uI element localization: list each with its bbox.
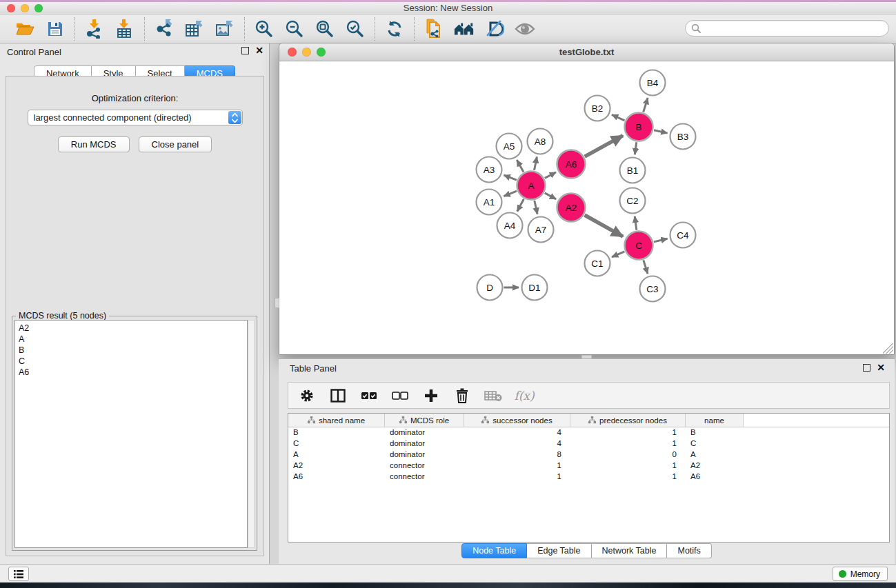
cell-predecessor-nodes[interactable]: 1 (570, 438, 686, 449)
cell-MCDS-role[interactable]: connector (385, 460, 464, 472)
cell-shared-name[interactable]: A (288, 449, 385, 460)
cell-name[interactable]: C (686, 438, 744, 449)
window-resize-handle[interactable] (883, 343, 893, 354)
column-header-successor-nodes[interactable]: successor nodes (464, 414, 570, 427)
list-item[interactable]: A6 (19, 367, 243, 378)
list-item[interactable]: A2 (19, 323, 243, 334)
edge-A6-B[interactable] (585, 136, 623, 156)
edge-A-A7[interactable] (535, 201, 537, 214)
zoom-selected-icon[interactable] (345, 19, 366, 39)
edge-A-A8[interactable] (535, 157, 537, 171)
close-panel-button[interactable]: Close panel (139, 136, 212, 152)
node-table[interactable]: shared nameMCDS rolesuccessor nodesprede… (288, 413, 890, 543)
list-item[interactable]: B (19, 345, 243, 356)
table-row[interactable]: Bdominator41B (288, 427, 889, 438)
edge-C-C1[interactable] (612, 252, 624, 257)
edge-B-B1[interactable] (635, 142, 637, 154)
zoom-in-icon[interactable] (254, 19, 275, 39)
show-panels-button[interactable] (8, 567, 29, 581)
table-row[interactable]: A6connector11A6 (288, 472, 889, 483)
table-row[interactable]: A2connector11A2 (288, 460, 889, 472)
network-graph[interactable]: B4B2BB3B1C2A5A8A6A3AA1A2A4A7CC4C1C3DD1 (279, 61, 894, 354)
cell-MCDS-role[interactable]: dominator (385, 438, 464, 449)
vertical-splitter-handle[interactable] (275, 298, 279, 308)
cell-MCDS-role[interactable]: connector (385, 472, 464, 483)
edge-A2-C[interactable] (585, 215, 624, 236)
edge-A-A1[interactable] (504, 191, 517, 196)
search-input[interactable] (701, 22, 888, 34)
cell-shared-name[interactable]: A2 (288, 460, 385, 472)
edge-A-A6[interactable] (545, 172, 556, 179)
tab-node-table[interactable]: Node Table (461, 543, 527, 558)
table-row[interactable]: Cdominator41C (288, 438, 889, 449)
column-header-shared-name[interactable]: shared name (288, 414, 385, 427)
table-row[interactable]: Adominator80A (288, 449, 889, 460)
cell-predecessor-nodes[interactable]: 1 (570, 460, 686, 472)
cell-successor-nodes[interactable]: 4 (464, 438, 570, 449)
memory-button[interactable]: Memory (833, 567, 888, 581)
cell-predecessor-nodes[interactable]: 1 (570, 427, 686, 438)
first-neighbors-icon[interactable] (454, 19, 475, 39)
network-window-titlebar[interactable]: testGlobe.txt (279, 43, 894, 61)
network-canvas[interactable]: B4B2BB3B1C2A5A8A6A3AA1A2A4A7CC4C1C3DD1 (279, 61, 894, 354)
list-item[interactable]: C (19, 356, 243, 367)
edge-B-B2[interactable] (612, 114, 625, 120)
split-columns-icon[interactable] (329, 387, 347, 405)
close-table-panel-icon[interactable]: ✕ (877, 364, 885, 372)
open-session-icon[interactable] (14, 19, 35, 39)
edge-C-C3[interactable] (644, 260, 648, 274)
edge-A-A4[interactable] (517, 199, 524, 212)
edge-C-C2[interactable] (635, 216, 637, 230)
cell-shared-name[interactable]: B (288, 427, 385, 438)
cell-MCDS-role[interactable]: dominator (385, 427, 464, 438)
float-table-panel-icon[interactable] (863, 364, 870, 372)
export-table-icon[interactable] (184, 19, 205, 39)
zoom-out-icon[interactable] (284, 19, 305, 39)
refresh-icon[interactable] (384, 19, 405, 39)
cell-shared-name[interactable]: C (288, 438, 385, 449)
cell-predecessor-nodes[interactable]: 1 (570, 472, 686, 483)
cell-name[interactable]: A6 (686, 472, 744, 483)
export-image-icon[interactable] (215, 19, 235, 39)
optimization-criterion-select[interactable]: largest connected component (directed) (28, 110, 243, 125)
add-column-icon[interactable] (422, 387, 440, 405)
show-graphics-icon[interactable] (515, 19, 535, 39)
gear-icon[interactable] (298, 387, 316, 405)
tab-motifs[interactable]: Motifs (667, 543, 711, 558)
delete-column-icon[interactable] (453, 387, 471, 405)
tab-network-table[interactable]: Network Table (592, 543, 668, 558)
zoom-fit-icon[interactable] (315, 19, 335, 39)
cell-shared-name[interactable]: A6 (288, 472, 385, 483)
edge-A-A2[interactable] (545, 193, 556, 199)
list-item[interactable]: A (19, 334, 243, 345)
function-builder-icon[interactable]: f(x) (515, 387, 533, 405)
titlebar[interactable]: Session: New Session (0, 2, 896, 14)
import-table-icon[interactable] (115, 19, 135, 39)
edge-C-C4[interactable] (654, 239, 668, 242)
close-panel-icon[interactable]: ✕ (255, 47, 263, 54)
deselect-all-icon[interactable] (391, 387, 409, 405)
float-panel-icon[interactable] (241, 47, 249, 54)
cell-predecessor-nodes[interactable]: 0 (570, 449, 686, 460)
edge-B-B4[interactable] (644, 98, 648, 112)
cell-MCDS-role[interactable]: dominator (385, 449, 464, 460)
run-mcds-button[interactable]: Run MCDS (58, 136, 130, 152)
cell-name[interactable]: A2 (686, 460, 744, 472)
new-network-from-selection-icon[interactable] (424, 19, 444, 39)
cell-successor-nodes[interactable]: 4 (464, 427, 570, 438)
delete-table-icon[interactable] (484, 387, 502, 405)
hide-labels-icon[interactable] (484, 19, 505, 39)
cell-name[interactable]: A (686, 449, 744, 460)
column-header-name[interactable]: name (686, 414, 744, 427)
column-header-MCDS-role[interactable]: MCDS role (385, 414, 464, 427)
mcds-result-list[interactable]: A2 A B C A6 (14, 320, 248, 548)
select-all-icon[interactable] (360, 387, 378, 405)
tab-edge-table[interactable]: Edge Table (527, 543, 591, 558)
cell-name[interactable]: B (686, 427, 744, 438)
cell-successor-nodes[interactable]: 1 (464, 472, 570, 483)
edge-B-B3[interactable] (654, 130, 668, 133)
save-session-icon[interactable] (45, 19, 66, 39)
edge-A-A5[interactable] (517, 160, 524, 172)
result-scrollbar[interactable] (248, 320, 255, 548)
edge-A-A3[interactable] (504, 175, 517, 180)
